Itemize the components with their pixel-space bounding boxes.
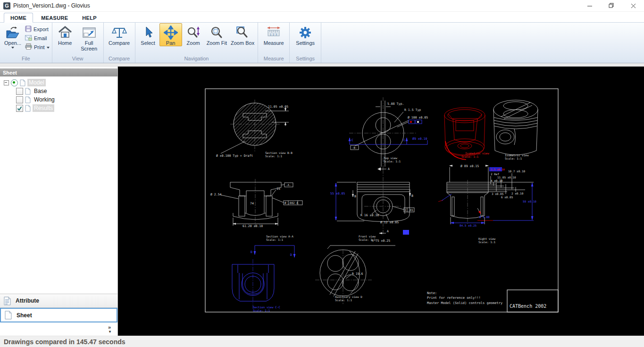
svg-text:55 ±0.05: 55 ±0.05 <box>330 192 345 195</box>
working-visibility-checkbox[interactable] <box>16 96 23 103</box>
svg-text:Ø 2.54: Ø 2.54 <box>210 193 222 196</box>
group-label-file: File <box>1 56 50 63</box>
group-label-settings: Settings <box>291 56 319 63</box>
ribbon-group-file: Open... Export Email <box>0 23 52 63</box>
minimize-button[interactable] <box>579 0 601 11</box>
svg-text:Scale: 1:1: Scale: 1:1 <box>384 160 401 163</box>
sheet-panel-button[interactable]: Sheet <box>0 308 117 322</box>
svg-text:Section view C-C: Section view C-C <box>253 305 280 309</box>
sheet-sidebar: Sheet Model Base <box>0 67 118 336</box>
email-icon <box>25 35 32 42</box>
panel-overflow-button[interactable]: » ▾ <box>0 322 117 336</box>
chevron-down-icon: ▾ <box>109 330 111 334</box>
ribbon-group-measure: 1 2 3 Measure Measure <box>258 23 290 63</box>
tree-item-results-label: Results <box>33 104 54 112</box>
selected-annotation-box[interactable] <box>403 230 409 235</box>
print-icon <box>25 43 32 51</box>
sheet-tree-header: Sheet <box>0 68 117 76</box>
pan-button[interactable]: Pan <box>159 23 182 46</box>
compare-button[interactable]: Compare <box>105 23 134 46</box>
collapse-icon[interactable] <box>4 80 9 85</box>
select-button[interactable]: Select <box>137 23 159 46</box>
svg-text:59 ±0.10: 59 ±0.10 <box>523 200 536 203</box>
svg-text:84.5 ±0.25: 84.5 ±0.25 <box>460 224 477 227</box>
glovius-window: G Piston_Version1.dwg - Glovius HOME MEA… <box>0 0 644 347</box>
group-label-compare: Compare <box>105 56 134 63</box>
svg-text:Ø 12 ±0.05: Ø 12 ±0.05 <box>380 220 399 224</box>
view-section-bb: 11.05 ±0.05 Ø ±0.100 Typ + Draft Section… <box>216 100 293 158</box>
print-dropdown-caret[interactable] <box>47 47 50 49</box>
open-dropdown-caret[interactable] <box>11 47 14 49</box>
tree-item-model-label: Model <box>27 79 46 86</box>
model-radio[interactable] <box>11 79 18 86</box>
select-cursor-icon <box>143 25 153 40</box>
svg-text:Ø .002 A: Ø .002 A <box>284 201 298 204</box>
svg-text:Section view B-B: Section view B-B <box>265 151 293 154</box>
drawing-notes: Note: Print for reference only!!! Master… <box>427 291 502 305</box>
results-visibility-checkbox[interactable] <box>16 105 23 112</box>
attribute-panel-button[interactable]: Attribute <box>0 294 117 308</box>
sheet-icon <box>5 311 12 320</box>
zoom-box-icon <box>236 25 249 40</box>
restore-button[interactable] <box>601 0 622 11</box>
print-button-label: Print <box>34 44 45 50</box>
email-button[interactable]: Email <box>25 34 50 42</box>
svg-text:3 ±0.05: 3 ±0.05 <box>492 192 504 195</box>
tree-item-model[interactable]: Model <box>0 78 117 87</box>
open-button-label: Open... <box>4 40 21 46</box>
home-view-button[interactable]: Home <box>54 23 76 46</box>
settings-button[interactable]: Settings <box>291 23 319 46</box>
home-button-label: Home <box>58 40 72 46</box>
open-button[interactable]: Open... <box>1 23 24 49</box>
full-screen-icon <box>82 25 96 40</box>
tree-item-working[interactable]: Working <box>0 95 117 104</box>
status-bar: Drawings compared in 145.47 seconds <box>0 336 644 347</box>
sheet-tree: Model Base Working <box>0 76 117 112</box>
svg-text:1 2 3: 1 2 3 <box>270 33 277 36</box>
svg-text:Scale: 1:1: Scale: 1:1 <box>265 154 283 158</box>
export-button[interactable]: Export <box>25 25 50 33</box>
close-button[interactable] <box>622 0 644 11</box>
svg-text:R 1.5 Typ: R 1.5 Typ <box>404 108 421 112</box>
print-button[interactable]: Print <box>25 43 50 51</box>
zoom-box-button[interactable]: Zoom Box <box>229 23 256 46</box>
tab-home[interactable]: HOME <box>4 13 33 23</box>
chevron-right-icon: » <box>108 325 111 330</box>
sidebar-empty-space <box>0 112 117 294</box>
svg-text:A: A <box>388 167 390 171</box>
svg-text:Ø9 ±0.10: Ø9 ±0.10 <box>412 137 427 141</box>
app-icon: G <box>3 2 10 9</box>
zoom-button[interactable]: Zoom <box>182 23 205 46</box>
drawing-canvas[interactable]: 11.05 ±0.05 Ø ±0.100 Typ + Draft Section… <box>118 67 644 336</box>
ribbon-group-compare: Compare Compare <box>104 23 135 63</box>
full-screen-button[interactable]: Full Screen <box>76 23 102 52</box>
tab-measure[interactable]: MEASURE <box>35 13 74 22</box>
base-visibility-checkbox[interactable] <box>16 88 23 95</box>
svg-text:C: C <box>351 138 353 142</box>
svg-text:6 ±0.05: 6 ±0.05 <box>501 195 513 199</box>
svg-text:Front view: Front view <box>359 235 376 238</box>
svg-text:C .01: C .01 <box>405 208 413 212</box>
svg-text:Ø 100 ±0.05: Ø 100 ±0.05 <box>408 116 428 119</box>
email-button-label: Email <box>34 35 47 41</box>
svg-text:D: D <box>290 253 292 257</box>
svg-text:D: D <box>251 250 252 254</box>
zoom-fit-button[interactable]: Zoom Fit <box>205 23 229 46</box>
measure-button[interactable]: 1 2 3 Measure <box>259 23 288 46</box>
svg-text:1.5 ±0.10: 1.5 ±0.10 <box>491 168 505 171</box>
svg-text:11.05 ±0.10: 11.05 ±0.10 <box>497 176 516 179</box>
svg-text:74: 74 <box>250 202 254 205</box>
tab-help[interactable]: HELP <box>76 13 103 22</box>
attribute-panel-label: Attribute <box>16 297 39 304</box>
svg-text:Ø 89 ±0.15: Ø 89 ±0.15 <box>460 164 479 168</box>
tree-item-base[interactable]: Base <box>0 87 117 95</box>
tree-item-results[interactable]: Results <box>0 104 117 112</box>
view-section-cc: D D Section view C-C Scale: 1:1 <box>232 245 294 312</box>
svg-text:Note:: Note: <box>427 291 437 295</box>
export-icon <box>25 25 32 33</box>
measure-button-label: Measure <box>264 40 284 46</box>
svg-text:Section view A-A: Section view A-A <box>266 235 293 238</box>
view-section-aa: Ø 2.54 -A- 15 74 Ø .002 A <box>210 179 302 241</box>
group-label-view: View <box>54 56 102 63</box>
export-button-label: Export <box>33 26 49 32</box>
